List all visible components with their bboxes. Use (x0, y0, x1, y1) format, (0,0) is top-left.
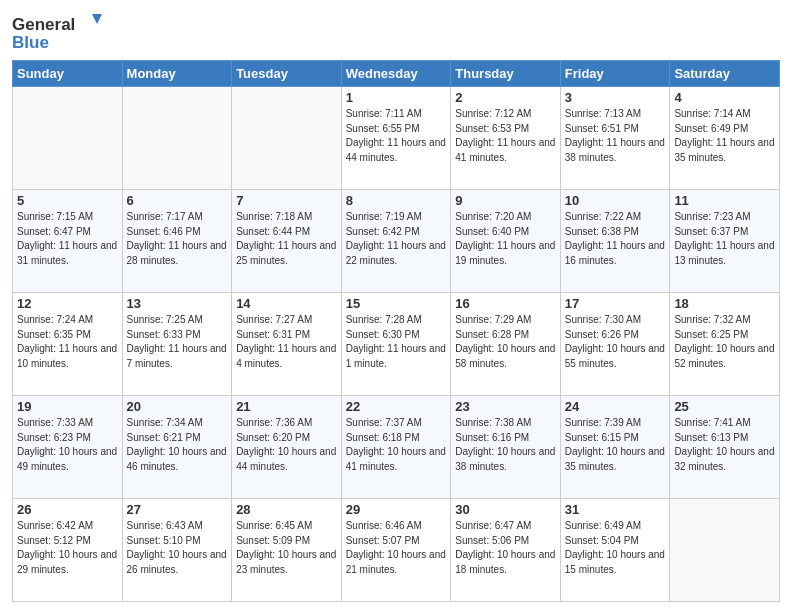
calendar-cell: 11Sunrise: 7:23 AM Sunset: 6:37 PM Dayli… (670, 190, 780, 293)
day-number: 18 (674, 296, 775, 311)
day-number: 25 (674, 399, 775, 414)
weekday-header-saturday: Saturday (670, 61, 780, 87)
day-number: 4 (674, 90, 775, 105)
calendar-cell (13, 87, 123, 190)
calendar-cell: 24Sunrise: 7:39 AM Sunset: 6:15 PM Dayli… (560, 396, 670, 499)
weekday-header-tuesday: Tuesday (232, 61, 342, 87)
day-number: 17 (565, 296, 666, 311)
day-info: Sunrise: 7:25 AM Sunset: 6:33 PM Dayligh… (127, 313, 228, 371)
day-number: 8 (346, 193, 447, 208)
logo: General Blue (12, 10, 102, 52)
calendar-week-row: 1Sunrise: 7:11 AM Sunset: 6:55 PM Daylig… (13, 87, 780, 190)
calendar-cell: 21Sunrise: 7:36 AM Sunset: 6:20 PM Dayli… (232, 396, 342, 499)
calendar-cell: 18Sunrise: 7:32 AM Sunset: 6:25 PM Dayli… (670, 293, 780, 396)
calendar-cell: 26Sunrise: 6:42 AM Sunset: 5:12 PM Dayli… (13, 499, 123, 602)
day-info: Sunrise: 7:13 AM Sunset: 6:51 PM Dayligh… (565, 107, 666, 165)
calendar-cell: 23Sunrise: 7:38 AM Sunset: 6:16 PM Dayli… (451, 396, 561, 499)
day-number: 1 (346, 90, 447, 105)
day-info: Sunrise: 7:34 AM Sunset: 6:21 PM Dayligh… (127, 416, 228, 474)
day-info: Sunrise: 6:46 AM Sunset: 5:07 PM Dayligh… (346, 519, 447, 577)
day-number: 14 (236, 296, 337, 311)
weekday-header-thursday: Thursday (451, 61, 561, 87)
day-number: 10 (565, 193, 666, 208)
calendar-week-row: 12Sunrise: 7:24 AM Sunset: 6:35 PM Dayli… (13, 293, 780, 396)
day-info: Sunrise: 7:29 AM Sunset: 6:28 PM Dayligh… (455, 313, 556, 371)
calendar-cell: 4Sunrise: 7:14 AM Sunset: 6:49 PM Daylig… (670, 87, 780, 190)
calendar-cell: 31Sunrise: 6:49 AM Sunset: 5:04 PM Dayli… (560, 499, 670, 602)
day-info: Sunrise: 7:28 AM Sunset: 6:30 PM Dayligh… (346, 313, 447, 371)
calendar-cell: 2Sunrise: 7:12 AM Sunset: 6:53 PM Daylig… (451, 87, 561, 190)
calendar-week-row: 26Sunrise: 6:42 AM Sunset: 5:12 PM Dayli… (13, 499, 780, 602)
day-info: Sunrise: 7:41 AM Sunset: 6:13 PM Dayligh… (674, 416, 775, 474)
calendar-cell: 30Sunrise: 6:47 AM Sunset: 5:06 PM Dayli… (451, 499, 561, 602)
day-info: Sunrise: 7:33 AM Sunset: 6:23 PM Dayligh… (17, 416, 118, 474)
calendar-cell: 16Sunrise: 7:29 AM Sunset: 6:28 PM Dayli… (451, 293, 561, 396)
calendar-cell: 19Sunrise: 7:33 AM Sunset: 6:23 PM Dayli… (13, 396, 123, 499)
calendar-cell: 14Sunrise: 7:27 AM Sunset: 6:31 PM Dayli… (232, 293, 342, 396)
calendar-cell: 3Sunrise: 7:13 AM Sunset: 6:51 PM Daylig… (560, 87, 670, 190)
weekday-header-friday: Friday (560, 61, 670, 87)
weekday-header-sunday: Sunday (13, 61, 123, 87)
page-container: General Blue SundayMondayTuesdayWednesda… (0, 0, 792, 612)
day-number: 9 (455, 193, 556, 208)
header: General Blue (12, 10, 780, 52)
calendar-table: SundayMondayTuesdayWednesdayThursdayFrid… (12, 60, 780, 602)
day-number: 20 (127, 399, 228, 414)
calendar-cell: 13Sunrise: 7:25 AM Sunset: 6:33 PM Dayli… (122, 293, 232, 396)
day-number: 11 (674, 193, 775, 208)
day-number: 12 (17, 296, 118, 311)
day-number: 3 (565, 90, 666, 105)
day-info: Sunrise: 6:45 AM Sunset: 5:09 PM Dayligh… (236, 519, 337, 577)
day-number: 22 (346, 399, 447, 414)
calendar-cell: 8Sunrise: 7:19 AM Sunset: 6:42 PM Daylig… (341, 190, 451, 293)
svg-marker-1 (92, 14, 102, 24)
calendar-cell: 17Sunrise: 7:30 AM Sunset: 6:26 PM Dayli… (560, 293, 670, 396)
calendar-cell: 9Sunrise: 7:20 AM Sunset: 6:40 PM Daylig… (451, 190, 561, 293)
day-info: Sunrise: 7:32 AM Sunset: 6:25 PM Dayligh… (674, 313, 775, 371)
day-number: 5 (17, 193, 118, 208)
calendar-cell: 15Sunrise: 7:28 AM Sunset: 6:30 PM Dayli… (341, 293, 451, 396)
day-info: Sunrise: 6:49 AM Sunset: 5:04 PM Dayligh… (565, 519, 666, 577)
day-number: 13 (127, 296, 228, 311)
day-info: Sunrise: 7:24 AM Sunset: 6:35 PM Dayligh… (17, 313, 118, 371)
day-info: Sunrise: 6:47 AM Sunset: 5:06 PM Dayligh… (455, 519, 556, 577)
day-info: Sunrise: 7:18 AM Sunset: 6:44 PM Dayligh… (236, 210, 337, 268)
day-number: 7 (236, 193, 337, 208)
day-number: 16 (455, 296, 556, 311)
calendar-cell (122, 87, 232, 190)
day-info: Sunrise: 7:22 AM Sunset: 6:38 PM Dayligh… (565, 210, 666, 268)
calendar-cell: 20Sunrise: 7:34 AM Sunset: 6:21 PM Dayli… (122, 396, 232, 499)
calendar-cell: 25Sunrise: 7:41 AM Sunset: 6:13 PM Dayli… (670, 396, 780, 499)
day-number: 31 (565, 502, 666, 517)
day-info: Sunrise: 6:42 AM Sunset: 5:12 PM Dayligh… (17, 519, 118, 577)
day-number: 26 (17, 502, 118, 517)
calendar-cell: 10Sunrise: 7:22 AM Sunset: 6:38 PM Dayli… (560, 190, 670, 293)
day-info: Sunrise: 7:30 AM Sunset: 6:26 PM Dayligh… (565, 313, 666, 371)
day-info: Sunrise: 7:27 AM Sunset: 6:31 PM Dayligh… (236, 313, 337, 371)
day-number: 2 (455, 90, 556, 105)
weekday-header-monday: Monday (122, 61, 232, 87)
day-number: 27 (127, 502, 228, 517)
svg-text:Blue: Blue (12, 33, 49, 52)
day-info: Sunrise: 7:17 AM Sunset: 6:46 PM Dayligh… (127, 210, 228, 268)
day-info: Sunrise: 7:11 AM Sunset: 6:55 PM Dayligh… (346, 107, 447, 165)
day-info: Sunrise: 7:19 AM Sunset: 6:42 PM Dayligh… (346, 210, 447, 268)
day-number: 19 (17, 399, 118, 414)
calendar-cell (670, 499, 780, 602)
day-number: 28 (236, 502, 337, 517)
day-info: Sunrise: 7:23 AM Sunset: 6:37 PM Dayligh… (674, 210, 775, 268)
calendar-cell (232, 87, 342, 190)
calendar-cell: 22Sunrise: 7:37 AM Sunset: 6:18 PM Dayli… (341, 396, 451, 499)
calendar-week-row: 19Sunrise: 7:33 AM Sunset: 6:23 PM Dayli… (13, 396, 780, 499)
logo-svg: General Blue (12, 10, 102, 52)
calendar-cell: 28Sunrise: 6:45 AM Sunset: 5:09 PM Dayli… (232, 499, 342, 602)
day-info: Sunrise: 7:38 AM Sunset: 6:16 PM Dayligh… (455, 416, 556, 474)
day-number: 24 (565, 399, 666, 414)
calendar-cell: 5Sunrise: 7:15 AM Sunset: 6:47 PM Daylig… (13, 190, 123, 293)
day-number: 29 (346, 502, 447, 517)
day-number: 15 (346, 296, 447, 311)
day-info: Sunrise: 7:14 AM Sunset: 6:49 PM Dayligh… (674, 107, 775, 165)
calendar-week-row: 5Sunrise: 7:15 AM Sunset: 6:47 PM Daylig… (13, 190, 780, 293)
day-info: Sunrise: 6:43 AM Sunset: 5:10 PM Dayligh… (127, 519, 228, 577)
calendar-cell: 29Sunrise: 6:46 AM Sunset: 5:07 PM Dayli… (341, 499, 451, 602)
